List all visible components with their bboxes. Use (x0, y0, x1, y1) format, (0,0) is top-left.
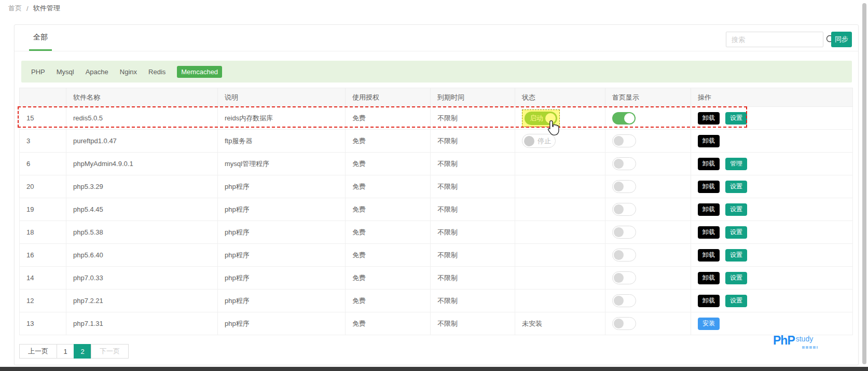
cell-home-display (605, 221, 691, 244)
cell-id: 18 (20, 221, 66, 244)
toggle-knob (524, 136, 534, 146)
cell-license: 免费 (346, 221, 431, 244)
software-manager-card: 全部 同步 PHPMysqlApacheNginxRedisMemcached … (14, 24, 859, 365)
cell-license: 免费 (346, 198, 431, 221)
software-table: 软件名称说明使用授权到期时间状态首页显示操作 15redis5.0.5reids… (19, 88, 853, 335)
cell-status (515, 290, 605, 312)
cell-status: 启动 (515, 107, 605, 130)
cell-status (515, 244, 605, 267)
uninstall-button[interactable]: 卸载 (698, 112, 720, 125)
table-row: 3pureftpd1.0.47ftp服务器免费不限制停止卸载 (20, 130, 853, 153)
filter-bar: PHPMysqlApacheNginxRedisMemcached (21, 61, 852, 83)
cell-license: 免费 (346, 130, 431, 153)
cell-desc: php程序 (218, 290, 346, 312)
home-display-toggle[interactable] (612, 317, 636, 330)
pagination-next: 下一页 (91, 344, 129, 359)
settings-button[interactable]: 设置 (725, 249, 747, 262)
cell-expiry: 不限制 (431, 312, 515, 335)
pagination-prev[interactable]: 上一页 (19, 344, 57, 359)
home-display-toggle[interactable] (612, 226, 636, 239)
home-display-toggle[interactable] (612, 180, 636, 193)
pagination-page-2[interactable]: 2 (74, 344, 91, 359)
cell-name: php5.5.38 (66, 221, 218, 244)
tab-bar: 全部 同步 (15, 25, 858, 51)
vertical-scrollbar[interactable] (862, 3, 866, 364)
cell-name: php7.0.33 (66, 267, 218, 290)
cell-expiry: 不限制 (431, 198, 515, 221)
cell-home-display (605, 130, 691, 153)
uninstall-button[interactable]: 卸载 (698, 249, 720, 262)
settings-button[interactable]: 设置 (725, 112, 747, 125)
search-box (726, 32, 823, 47)
home-display-toggle[interactable] (612, 249, 636, 262)
uninstall-button[interactable]: 卸载 (698, 158, 720, 170)
uninstall-button[interactable]: 卸载 (698, 295, 720, 307)
cell-home-display (605, 267, 691, 290)
filter-php[interactable]: PHP (31, 68, 45, 76)
home-display-toggle[interactable] (612, 112, 636, 125)
uninstall-button[interactable]: 卸载 (698, 272, 720, 284)
column-header: 状态 (515, 88, 605, 107)
home-display-toggle[interactable] (612, 157, 636, 170)
logo-sub-text: study (796, 335, 813, 343)
cell-home-display (605, 244, 691, 267)
toggle-knob (614, 182, 624, 191)
settings-button[interactable]: 设置 (725, 181, 747, 193)
toggle-knob (614, 204, 624, 214)
pagination-page-1[interactable]: 1 (57, 344, 74, 359)
home-display-toggle[interactable] (612, 134, 636, 147)
settings-button[interactable]: 设置 (725, 295, 747, 307)
settings-button[interactable]: 设置 (725, 203, 747, 216)
uninstall-button[interactable]: 卸载 (698, 181, 720, 193)
status-toggle-stopped[interactable]: 停止 (522, 134, 556, 148)
filter-mysql[interactable]: Mysql (57, 68, 74, 76)
cell-license: 免费 (346, 244, 431, 267)
toggle-knob (614, 250, 624, 260)
table-row: 19php5.4.45php程序免费不限制卸载设置 (20, 198, 853, 221)
search-input[interactable] (726, 33, 825, 46)
table-row: 14php7.0.33php程序免费不限制卸载设置 (20, 267, 853, 290)
filter-nginx[interactable]: Nginx (120, 68, 137, 76)
settings-button[interactable]: 设置 (725, 272, 747, 284)
table-row: 15redis5.0.5reids内存数据库免费不限制启动卸载设置 (20, 107, 853, 130)
settings-button[interactable]: 设置 (725, 226, 747, 239)
cell-status (515, 153, 605, 175)
cell-desc: php程序 (218, 244, 346, 267)
column-header: 操作 (691, 88, 853, 107)
cell-expiry: 不限制 (431, 130, 515, 153)
toggle-knob (614, 296, 624, 306)
filter-memcached[interactable]: Memcached (177, 66, 222, 78)
filter-apache[interactable]: Apache (86, 68, 108, 76)
column-header: 软件名称 (66, 88, 218, 107)
cell-actions: 卸载设置 (691, 175, 853, 198)
window-bottom-edge (0, 367, 868, 371)
manage-button[interactable]: 管理 (725, 158, 747, 170)
sync-button[interactable]: 同步 (831, 32, 852, 47)
cell-status (515, 267, 605, 290)
cell-desc: mysql管理程序 (218, 153, 346, 175)
status-toggle-running[interactable]: 启动 (525, 112, 557, 125)
table-row: 12php7.2.21php程序免费不限制卸载设置 (20, 290, 853, 312)
tab-all[interactable]: 全部 (29, 25, 52, 51)
uninstall-button[interactable]: 卸载 (698, 135, 720, 147)
cell-home-display (605, 198, 691, 221)
cell-license: 免费 (346, 175, 431, 198)
filter-redis[interactable]: Redis (148, 68, 166, 76)
install-button[interactable]: 安装 (698, 318, 720, 330)
cell-status: 停止 (515, 130, 605, 153)
table-row: 16php5.6.40php程序免费不限制卸载设置 (20, 244, 853, 267)
cell-home-display (605, 290, 691, 312)
table-row: 20php5.3.29php程序免费不限制卸载设置 (20, 175, 853, 198)
breadcrumb-home[interactable]: 首页 (8, 4, 22, 13)
uninstall-button[interactable]: 卸载 (698, 203, 720, 216)
home-display-toggle[interactable] (612, 203, 636, 216)
cell-name: php7.2.21 (66, 290, 218, 312)
toggle-knob (614, 273, 624, 283)
column-header: 说明 (218, 88, 346, 107)
pagination: 上一页12下一页 (19, 344, 858, 359)
home-display-toggle[interactable] (612, 294, 636, 307)
uninstall-button[interactable]: 卸载 (698, 226, 720, 239)
home-display-toggle[interactable] (612, 271, 636, 284)
cell-name: pureftpd1.0.47 (66, 130, 218, 153)
cell-home-display (605, 312, 691, 335)
